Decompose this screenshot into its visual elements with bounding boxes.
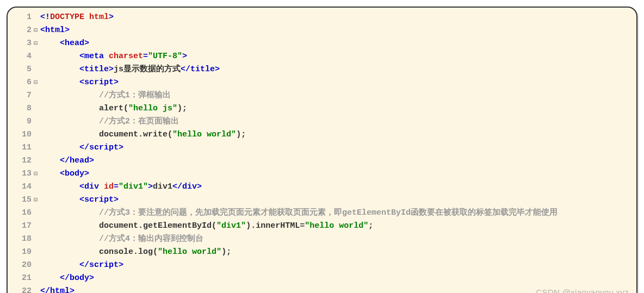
code-line[interactable]: 21 </body> — [8, 272, 636, 285]
code-line[interactable]: 11 </script> — [8, 141, 636, 154]
code-line[interactable]: 8 alert("hello js"); — [8, 102, 636, 115]
code-content[interactable]: </script> — [40, 141, 636, 154]
code-content[interactable]: console.log("hello world"); — [40, 246, 636, 259]
line-number: 17 — [8, 220, 34, 233]
code-line[interactable]: 3⊟ <head> — [8, 37, 636, 50]
code-line[interactable]: 16 //方式3：要注意的问题，先加载完页面元素才能获取页面元素，即getEle… — [8, 207, 636, 220]
code-line[interactable]: 12 </head> — [8, 154, 636, 167]
code-line[interactable]: 17 document.getElementById("div1").inner… — [8, 220, 636, 233]
line-number: 12 — [8, 154, 34, 167]
line-number: 11 — [8, 141, 34, 154]
code-line[interactable]: 14 <div id="div1">div1</div> — [8, 180, 636, 194]
code-content[interactable]: //方式4：输出内容到控制台 — [40, 233, 636, 246]
fold-marker[interactable]: ⊟ — [34, 37, 40, 50]
watermark-text: CSDN @xiaoyaoyou.xyz — [536, 288, 629, 293]
code-content[interactable]: //方式3：要注意的问题，先加载完页面元素才能获取页面元素，即getElemen… — [40, 207, 636, 220]
code-line[interactable]: 10 document.write("hello world"); — [8, 128, 636, 141]
code-content[interactable]: document.getElementById("div1").innerHTM… — [40, 220, 636, 233]
line-number: 2 — [8, 24, 34, 37]
code-line[interactable]: 2⊟<html> — [8, 24, 636, 37]
code-content[interactable]: //方式2：在页面输出 — [40, 115, 636, 128]
code-content[interactable]: <html> — [40, 24, 636, 37]
code-content[interactable]: //方式1：弹框输出 — [40, 89, 636, 102]
line-number: 20 — [8, 259, 34, 272]
code-content[interactable]: </head> — [40, 154, 636, 167]
code-content[interactable]: <!DOCTYPE html> — [40, 11, 636, 24]
fold-marker[interactable]: ⊟ — [34, 76, 40, 89]
line-number: 15 — [8, 194, 34, 207]
line-number: 21 — [8, 272, 34, 285]
fold-marker[interactable]: ⊟ — [34, 167, 40, 180]
line-number: 9 — [8, 115, 34, 128]
code-content[interactable]: <body> — [40, 167, 636, 180]
code-line[interactable]: 13⊟ <body> — [8, 167, 636, 180]
line-number: 6 — [8, 76, 34, 89]
line-number: 4 — [8, 50, 34, 63]
code-line[interactable]: 9 //方式2：在页面输出 — [8, 115, 636, 128]
line-number: 10 — [8, 128, 34, 141]
code-line[interactable]: 20 </script> — [8, 259, 636, 272]
line-number: 14 — [8, 180, 34, 194]
code-content[interactable]: </body> — [40, 272, 636, 285]
code-line[interactable]: 1<!DOCTYPE html> — [8, 11, 636, 24]
line-number: 22 — [8, 285, 34, 293]
code-content[interactable]: <title>js显示数据的方式</title> — [40, 63, 636, 76]
code-line[interactable]: 18 //方式4：输出内容到控制台 — [8, 233, 636, 246]
line-number: 3 — [8, 37, 34, 50]
line-number: 7 — [8, 89, 34, 102]
code-line[interactable]: 19 console.log("hello world"); — [8, 246, 636, 259]
code-area[interactable]: 1<!DOCTYPE html>2⊟<html>3⊟ <head>4 <meta… — [8, 8, 636, 293]
fold-marker[interactable]: ⊟ — [34, 194, 40, 207]
code-content[interactable]: <script> — [40, 76, 636, 89]
code-content[interactable]: <script> — [40, 194, 636, 207]
line-number: 5 — [8, 63, 34, 76]
code-line[interactable]: 6⊟ <script> — [8, 76, 636, 89]
code-line[interactable]: 5 <title>js显示数据的方式</title> — [8, 63, 636, 76]
code-content[interactable]: <head> — [40, 37, 636, 50]
line-number: 16 — [8, 207, 34, 220]
code-editor-panel: 1<!DOCTYPE html>2⊟<html>3⊟ <head>4 <meta… — [7, 7, 637, 293]
line-number: 13 — [8, 167, 34, 180]
line-number: 1 — [8, 11, 34, 24]
code-content[interactable]: </script> — [40, 259, 636, 272]
fold-marker[interactable]: ⊟ — [34, 24, 40, 37]
code-content[interactable]: <div id="div1">div1</div> — [40, 180, 636, 194]
code-line[interactable]: 7 //方式1：弹框输出 — [8, 89, 636, 102]
line-number: 8 — [8, 102, 34, 115]
line-number: 19 — [8, 246, 34, 259]
line-number: 18 — [8, 233, 34, 246]
code-content[interactable]: alert("hello js"); — [40, 102, 636, 115]
code-line[interactable]: 4 <meta charset="UTF-8"> — [8, 50, 636, 63]
code-content[interactable]: <meta charset="UTF-8"> — [40, 50, 636, 63]
code-content[interactable]: document.write("hello world"); — [40, 128, 636, 141]
code-line[interactable]: 15⊟ <script> — [8, 194, 636, 207]
